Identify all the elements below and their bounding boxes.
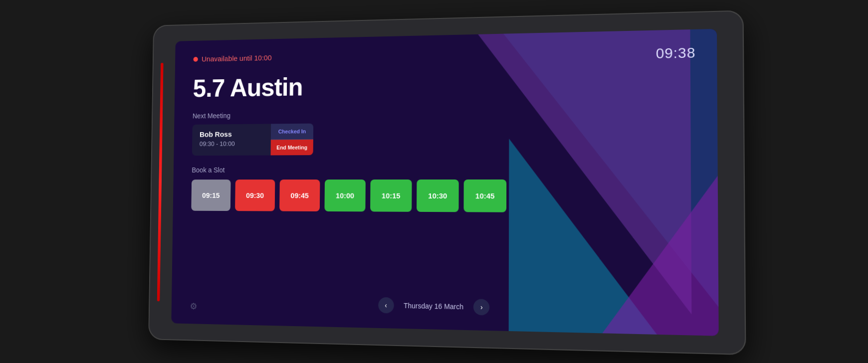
slot-1000[interactable]: 10:00 [324, 180, 365, 211]
slot-0915[interactable]: 09:15 [191, 180, 230, 211]
status-row: Unavailable until 10:00 [193, 53, 271, 63]
screen-content: Unavailable until 10:00 09:38 5.7 Austin… [171, 29, 718, 336]
current-time: 09:38 [656, 45, 696, 62]
next-meeting-label: Next Meeting [193, 107, 696, 120]
slot-0930[interactable]: 09:30 [235, 180, 275, 211]
next-arrow-button[interactable]: › [473, 299, 489, 315]
prev-arrow-button[interactable]: ‹ [378, 297, 394, 314]
meeting-name: Bob Ross [200, 130, 263, 138]
slot-0945[interactable]: 09:45 [279, 180, 320, 211]
screen: Unavailable until 10:00 09:38 5.7 Austin… [171, 29, 718, 336]
slots-row: 09:15 09:30 09:45 10:00 10:15 10:30 10:4… [191, 180, 696, 213]
slot-1045[interactable]: 10:45 [463, 180, 506, 212]
nav-date: Thursday 16 March [404, 302, 463, 311]
slot-1015[interactable]: 10:15 [370, 180, 412, 212]
checked-in-button[interactable]: Checked In [271, 124, 313, 140]
settings-icon[interactable]: ⚙ [190, 301, 197, 312]
meeting-card: Bob Ross 09:30 - 10:00 Checked In End Me… [192, 124, 313, 156]
end-meeting-button[interactable]: End Meeting [271, 140, 313, 156]
bottom-nav: ‹ Thursday 16 March › [190, 294, 697, 320]
status-dot [194, 57, 198, 62]
meeting-info: Bob Ross 09:30 - 10:00 [192, 124, 271, 156]
room-name: 5.7 Austin [193, 65, 696, 103]
status-text: Unavailable until 10:00 [202, 53, 272, 63]
slot-1030[interactable]: 10:30 [417, 180, 459, 212]
meeting-time-range: 09:30 - 10:00 [200, 140, 263, 147]
meeting-actions: Checked In End Meeting [271, 124, 314, 156]
tablet-device: Unavailable until 10:00 09:38 5.7 Austin… [148, 10, 746, 355]
book-slot-label: Book a Slot [192, 165, 696, 174]
red-indicator-strip [157, 63, 164, 301]
